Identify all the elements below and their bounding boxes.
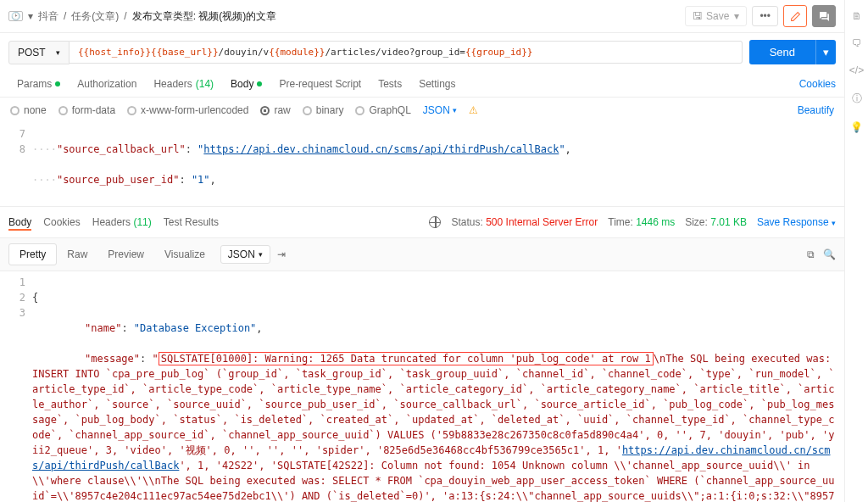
save-button[interactable]: 🖫Save▾ xyxy=(685,6,747,26)
radio-none[interactable]: none xyxy=(10,104,47,116)
chevron-down-icon: ▾ xyxy=(734,10,739,22)
tab-tests[interactable]: Tests xyxy=(370,71,410,97)
request-bar: POST▾ {{host_info}}{{base_url}}/douyin/v… xyxy=(0,33,844,71)
send-button[interactable]: Send xyxy=(749,40,815,64)
response-body-editor[interactable]: 123 { "name": "Database Exception", "mes… xyxy=(0,271,844,502)
method-select[interactable]: POST▾ xyxy=(8,41,70,64)
resp-tab-body[interactable]: Body xyxy=(8,214,31,231)
more-menu-button[interactable]: ••• xyxy=(752,6,778,26)
code-icon[interactable]: </> xyxy=(849,64,864,76)
topbar: 🕑 ▾ 抖音 / 任务(文章) / 发布文章类型: 视频(视频)的文章 🖫Sav… xyxy=(0,0,844,33)
status-label: Status: 500 Internal Server Error xyxy=(451,216,598,228)
http-icon: 🕑 xyxy=(8,11,23,21)
comment-icon[interactable] xyxy=(812,5,836,27)
body-options: none form-data x-www-form-urlencoded raw… xyxy=(0,98,844,123)
radio-binary[interactable]: binary xyxy=(303,104,344,116)
docs-icon[interactable]: 🗎 xyxy=(852,10,862,22)
response-view-bar: Pretty Raw Preview Visualize JSON▾ ⇥ ⧉ 🔍 xyxy=(0,238,844,271)
radio-xwww[interactable]: x-www-form-urlencoded xyxy=(127,104,248,116)
edit-icon[interactable] xyxy=(783,5,807,27)
tab-settings[interactable]: Settings xyxy=(410,71,464,97)
search-icon[interactable]: 🔍 xyxy=(823,248,836,260)
breadcrumb: 🕑 ▾ 抖音 / 任务(文章) / 发布文章类型: 视频(视频)的文章 xyxy=(8,9,276,24)
view-pretty[interactable]: Pretty xyxy=(8,243,57,265)
breadcrumb-collection[interactable]: 抖音 xyxy=(38,9,58,24)
send-dropdown[interactable]: ▾ xyxy=(815,40,836,64)
lang-select[interactable]: JSON▾ xyxy=(220,245,270,264)
floppy-icon: 🖫 xyxy=(693,10,703,22)
tab-headers[interactable]: Headers (14) xyxy=(145,71,222,97)
request-tabs: Params Authorization Headers (14) Body P… xyxy=(0,71,844,98)
format-select[interactable]: JSON▾ xyxy=(423,104,457,116)
line-gutter: 78 xyxy=(0,123,32,206)
chevron-down-icon: ▾ xyxy=(453,106,457,114)
comments-rail-icon[interactable]: 🗨 xyxy=(852,37,862,49)
url-input[interactable]: {{host_info}}{{base_url}}/douyin/v{{modu… xyxy=(70,41,743,64)
cookies-link[interactable]: Cookies xyxy=(799,78,836,90)
tab-pre-request-script[interactable]: Pre-request Script xyxy=(270,71,370,97)
side-rail: 🗎 🗨 </> ⓘ 💡 xyxy=(844,0,868,502)
resp-tab-headers[interactable]: Headers (11) xyxy=(92,214,152,231)
chevron-down-icon: ▾ xyxy=(823,46,829,59)
size-label: Size: 7.01 KB xyxy=(685,216,747,228)
view-visualize[interactable]: Visualize xyxy=(154,244,215,265)
copy-icon[interactable]: ⧉ xyxy=(807,248,815,260)
breadcrumb-folder[interactable]: 任务(文章) xyxy=(71,9,119,24)
info-icon[interactable]: ⓘ xyxy=(852,92,862,106)
resp-tab-testresults[interactable]: Test Results xyxy=(164,214,219,231)
globe-icon[interactable] xyxy=(429,216,441,228)
tab-body[interactable]: Body xyxy=(222,71,270,97)
time-label: Time: 1446 ms xyxy=(608,216,675,228)
response-header-bar: Body Cookies Headers (11) Test Results S… xyxy=(0,206,844,238)
wrap-icon[interactable]: ⇥ xyxy=(277,248,286,260)
radio-raw[interactable]: raw xyxy=(260,104,290,116)
request-body-editor[interactable]: 78 ····"source_callback_url": "https://a… xyxy=(0,123,844,206)
resp-tab-cookies[interactable]: Cookies xyxy=(43,214,80,231)
breadcrumb-request[interactable]: 发布文章类型: 视频(视频)的文章 xyxy=(132,9,277,24)
tab-params[interactable]: Params xyxy=(8,71,69,97)
radio-graphql[interactable]: GraphQL xyxy=(355,104,410,116)
line-gutter: 123 xyxy=(0,271,32,502)
chevron-down-icon: ▾ xyxy=(56,48,60,57)
view-preview[interactable]: Preview xyxy=(97,244,154,265)
save-response-link[interactable]: Save Response ▾ xyxy=(757,216,836,228)
chevron-down-icon: ▾ xyxy=(832,219,836,227)
beautify-link[interactable]: Beautify xyxy=(798,104,834,116)
tab-authorization[interactable]: Authorization xyxy=(69,71,145,97)
radio-formdata[interactable]: form-data xyxy=(58,104,115,116)
chevron-down-icon: ▾ xyxy=(259,250,263,259)
view-raw[interactable]: Raw xyxy=(57,244,97,265)
lightbulb-icon[interactable]: 💡 xyxy=(850,121,863,133)
warning-icon: ⚠ xyxy=(469,104,478,116)
